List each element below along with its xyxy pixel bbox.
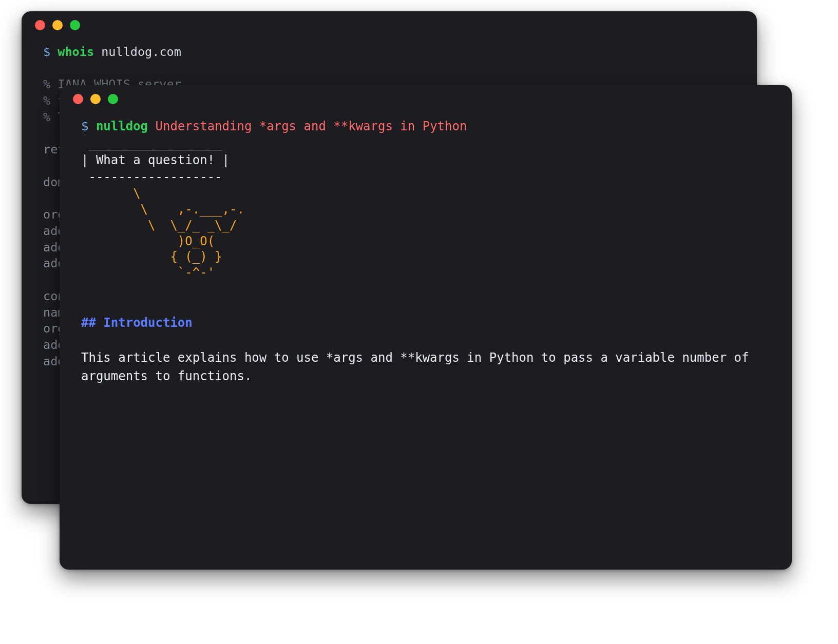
- prompt-sigil: $: [43, 45, 50, 59]
- maximize-icon[interactable]: [108, 94, 118, 104]
- article-body: This article explains how to use *args a…: [81, 350, 749, 383]
- minimize-icon[interactable]: [90, 94, 101, 104]
- command-name: nulldog: [96, 119, 148, 133]
- titlebar-front: [60, 85, 792, 113]
- speech-bubble-bottom: ------------------: [81, 170, 222, 184]
- terminal-window-front: $ nulldog Understanding *args and **kwar…: [60, 85, 792, 570]
- command-name: whois: [58, 45, 94, 59]
- command-arg: nulldog.com: [101, 45, 181, 59]
- maximize-icon[interactable]: [70, 20, 80, 30]
- dog-ascii-art-icon: \ \ ,-.___,-. \ \_/_ _\_/ )O_O( { (_) } …: [81, 186, 770, 280]
- titlebar-back: [22, 11, 757, 39]
- prompt-sigil: $: [81, 119, 88, 133]
- close-icon[interactable]: [35, 20, 45, 30]
- terminal-content-front: $ nulldog Understanding *args and **kwar…: [60, 113, 792, 401]
- minimize-icon[interactable]: [52, 20, 63, 30]
- close-icon[interactable]: [73, 94, 83, 104]
- section-heading: ## Introduction: [81, 316, 193, 330]
- command-arg: Understanding *args and **kwargs in Pyth…: [156, 119, 467, 133]
- speech-bubble-top: __________________: [81, 136, 222, 150]
- speech-bubble-text: | What a question! |: [81, 153, 230, 167]
